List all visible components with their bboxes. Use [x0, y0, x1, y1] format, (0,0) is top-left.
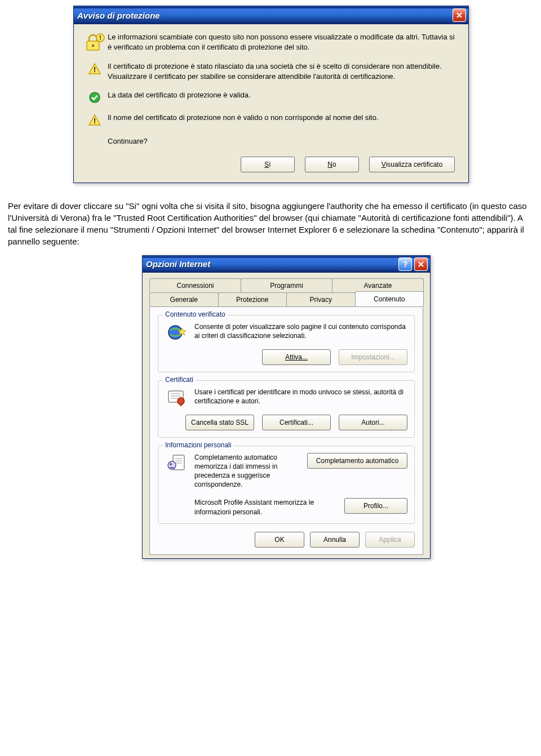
profile-text: Microsoft Profile Assistant memorizza le…: [194, 498, 338, 516]
yes-button[interactable]: Sì: [241, 157, 295, 172]
tab-row-top: Connessioni Programmi Avanzate: [149, 278, 423, 292]
button-row: Sì No Visualizza certificato: [82, 157, 460, 172]
settings-button: Impostazioni...: [339, 349, 407, 365]
cancel-button[interactable]: Annulla: [310, 532, 360, 548]
apply-button: Applica: [365, 532, 415, 548]
autocomplete-text: Completamento automatico memorizza i dat…: [194, 453, 300, 490]
no-button[interactable]: No: [305, 157, 359, 172]
tab-protezione[interactable]: Protezione: [218, 292, 287, 306]
group-certificates: Certificati Usare i certificati per iden…: [158, 380, 415, 438]
svg-point-1: [92, 45, 94, 47]
clear-ssl-button[interactable]: Cancella stato SSL: [185, 415, 254, 430]
warning-text-2: Il nome del certificato di protezione no…: [108, 113, 460, 126]
group-legend: Informazioni personali: [163, 441, 233, 449]
tabs-area: Connessioni Programmi Avanzate Generale …: [143, 273, 430, 558]
svg-text:!: !: [94, 117, 96, 125]
svg-point-21: [170, 463, 172, 465]
dialog-title: Opzioni Internet: [146, 259, 210, 269]
group-text: Usare i certificati per identificare in …: [194, 388, 407, 406]
tab-contenuto[interactable]: Contenuto: [355, 291, 424, 306]
warning-icon: !: [88, 114, 101, 126]
enable-button[interactable]: Attiva...: [262, 349, 331, 365]
titlebar: Avviso di protezione: [74, 6, 468, 24]
dialog-footer: OK Annulla Applica: [158, 532, 415, 548]
titlebar: Opzioni Internet ?: [143, 256, 430, 273]
group-legend: Certificati: [163, 376, 196, 384]
dialog-body: ! Le informazioni scambiate con questo s…: [74, 24, 468, 183]
profile-button[interactable]: Profilo...: [344, 498, 407, 514]
checkmark-icon: [88, 91, 101, 104]
tab-generale[interactable]: Generale: [149, 292, 219, 306]
close-button[interactable]: [453, 8, 466, 22]
authors-button[interactable]: Autori...: [339, 415, 407, 430]
close-button[interactable]: [414, 257, 428, 271]
view-certificate-button[interactable]: Visualizza certificato: [369, 157, 455, 172]
group-content-advisor: Contenuto verificato Consente di poter v…: [158, 315, 415, 372]
valid-text: La data del certificato di protezione è …: [108, 90, 460, 104]
svg-point-15: [178, 398, 184, 404]
tab-avanzate[interactable]: Avanzate: [332, 278, 424, 292]
group-text: Consente di poter visualizzare solo pagi…: [194, 322, 407, 340]
continue-text: Continuare?: [82, 136, 460, 146]
close-icon: [456, 12, 463, 19]
svg-text:!: !: [99, 35, 101, 41]
security-alert-dialog: Avviso di protezione ! Le informazioni s…: [73, 6, 469, 183]
warning-row-1: ! Il certificato di protezione è stato r…: [82, 61, 460, 81]
document-paragraph: Per evitare di dover cliccare su "Si" og…: [8, 200, 533, 247]
internet-options-dialog: Opzioni Internet ? Connessioni Programmi…: [142, 255, 431, 559]
valid-row: La data del certificato di protezione è …: [82, 90, 460, 104]
tab-privacy[interactable]: Privacy: [286, 292, 356, 306]
main-text: Le informazioni scambiate con questo sit…: [108, 32, 460, 52]
tab-connessioni[interactable]: Connessioni: [149, 278, 241, 292]
autocomplete-icon: [166, 453, 187, 473]
tab-row-bottom: Generale Protezione Privacy Contenuto: [149, 292, 423, 306]
lock-warning-icon: !: [85, 32, 105, 52]
help-button[interactable]: ?: [398, 257, 412, 271]
warning-icon: !: [88, 63, 101, 75]
warning-text-1: Il certificato di protezione è stato ril…: [108, 61, 460, 81]
main-info-row: ! Le informazioni scambiate con questo s…: [82, 32, 460, 52]
close-icon: [418, 261, 424, 268]
tab-programmi[interactable]: Programmi: [241, 278, 332, 292]
certificate-icon: [166, 388, 187, 408]
svg-text:!: !: [94, 66, 96, 74]
group-personal-info: Informazioni personali Compl: [158, 446, 415, 524]
autocomplete-button[interactable]: Completamento automatico: [307, 453, 407, 469]
warning-row-2: ! Il nome del certificato di protezione …: [82, 113, 460, 126]
certificates-button[interactable]: Certificati...: [262, 415, 331, 430]
ok-button[interactable]: OK: [255, 532, 304, 548]
group-legend: Contenuto verificato: [163, 310, 228, 318]
help-icon: ?: [403, 260, 408, 269]
dialog-title: Avviso di protezione: [77, 11, 160, 20]
globe-star-icon: [166, 322, 187, 343]
svg-point-6: [90, 92, 100, 103]
tab-body: Contenuto verificato Consente di poter v…: [149, 306, 423, 555]
